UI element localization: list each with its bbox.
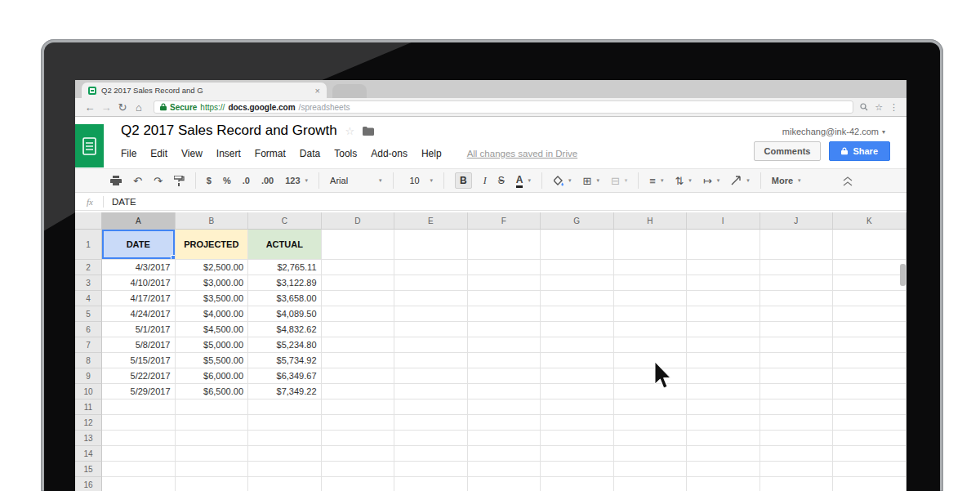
cell-i13[interactable] bbox=[687, 431, 760, 446]
menu-tools[interactable]: Tools bbox=[334, 148, 357, 159]
cell-j6[interactable] bbox=[760, 322, 834, 337]
forward-icon[interactable]: → bbox=[98, 101, 114, 114]
column-header-d[interactable]: D bbox=[322, 212, 395, 230]
cell-k16[interactable] bbox=[833, 477, 906, 491]
cell-i8[interactable] bbox=[687, 353, 760, 368]
column-header-h[interactable]: H bbox=[614, 212, 688, 230]
column-header-a[interactable]: A bbox=[102, 212, 176, 230]
row-header-13[interactable]: 13 bbox=[75, 431, 102, 446]
cell-c12[interactable] bbox=[248, 415, 322, 431]
cell-i16[interactable] bbox=[687, 477, 760, 491]
row-header-16[interactable]: 16 bbox=[75, 477, 102, 491]
menu-format[interactable]: Format bbox=[255, 148, 286, 159]
cell-f13[interactable] bbox=[468, 431, 541, 446]
borders-icon[interactable]: ⊞ bbox=[583, 176, 592, 186]
cell-i11[interactable] bbox=[687, 399, 760, 415]
cell-i10[interactable] bbox=[687, 384, 760, 399]
cell-k9[interactable] bbox=[833, 368, 906, 384]
formula-input[interactable]: DATE bbox=[104, 197, 136, 207]
row-header-11[interactable]: 11 bbox=[75, 399, 102, 415]
cell-e7[interactable] bbox=[394, 337, 468, 353]
cell-b10[interactable]: $6,500.00 bbox=[176, 384, 249, 399]
cell-h14[interactable] bbox=[614, 446, 688, 462]
cell-h2[interactable] bbox=[614, 260, 688, 275]
cell-k6[interactable] bbox=[833, 322, 906, 337]
cell-h7[interactable] bbox=[614, 337, 688, 353]
row-header-10[interactable]: 10 bbox=[75, 384, 102, 399]
cell-f16[interactable] bbox=[468, 477, 541, 491]
cell-b6[interactable]: $4,500.00 bbox=[176, 322, 249, 337]
more-formats-button[interactable]: 123 bbox=[285, 176, 300, 185]
cell-i7[interactable] bbox=[687, 337, 760, 353]
cell-b16[interactable] bbox=[176, 477, 249, 491]
row-header-2[interactable]: 2 bbox=[75, 260, 102, 275]
zoom-icon[interactable] bbox=[860, 103, 868, 111]
cell-f14[interactable] bbox=[468, 446, 541, 462]
cell-e8[interactable] bbox=[394, 353, 468, 368]
column-header-i[interactable]: I bbox=[687, 212, 760, 230]
cell-e6[interactable] bbox=[394, 322, 468, 337]
cell-g2[interactable] bbox=[541, 260, 614, 275]
cell-c9[interactable]: $6,349.67 bbox=[248, 368, 322, 384]
cell-i4[interactable] bbox=[687, 291, 760, 306]
cell-j2[interactable] bbox=[760, 260, 834, 275]
cell-c6[interactable]: $4,832.62 bbox=[248, 322, 322, 337]
cell-e15[interactable] bbox=[394, 462, 468, 477]
cell-g1[interactable] bbox=[541, 230, 614, 260]
back-icon[interactable]: ← bbox=[82, 101, 98, 114]
cell-j12[interactable] bbox=[760, 415, 834, 431]
tab-close-icon[interactable]: × bbox=[315, 86, 320, 96]
row-header-12[interactable]: 12 bbox=[75, 415, 102, 431]
merge-cells-icon[interactable]: ⊟ bbox=[611, 176, 620, 186]
cell-c7[interactable]: $5,234.80 bbox=[248, 337, 322, 353]
format-percent-icon[interactable]: % bbox=[223, 176, 231, 185]
column-header-c[interactable]: C bbox=[248, 212, 322, 230]
cell-e1[interactable] bbox=[394, 230, 468, 260]
cell-d15[interactable] bbox=[322, 462, 395, 477]
text-wrap-icon[interactable]: ↦ bbox=[703, 176, 712, 186]
saved-status[interactable]: All changes saved in Drive bbox=[467, 149, 578, 158]
cell-h12[interactable] bbox=[614, 415, 688, 431]
row-header-4[interactable]: 4 bbox=[75, 291, 102, 306]
account-row[interactable]: mikechang@ink-42.com ▾ bbox=[782, 127, 885, 136]
cell-e3[interactable] bbox=[394, 275, 468, 291]
cell-i3[interactable] bbox=[687, 275, 760, 291]
column-header-e[interactable]: E bbox=[394, 212, 468, 230]
reload-icon[interactable]: ↻ bbox=[114, 101, 131, 114]
cell-b8[interactable]: $5,500.00 bbox=[176, 353, 249, 368]
cell-i14[interactable] bbox=[687, 446, 760, 462]
cell-d5[interactable] bbox=[322, 306, 395, 322]
cell-e4[interactable] bbox=[394, 291, 468, 306]
menu-data[interactable]: Data bbox=[300, 148, 320, 159]
cell-h10[interactable] bbox=[614, 384, 688, 399]
cell-i1[interactable] bbox=[687, 230, 760, 260]
cell-k14[interactable] bbox=[833, 446, 906, 462]
cell-j5[interactable] bbox=[760, 306, 834, 322]
cell-a6[interactable]: 5/1/2017 bbox=[102, 322, 176, 337]
cell-g3[interactable] bbox=[541, 275, 614, 291]
cell-a4[interactable]: 4/17/2017 bbox=[102, 291, 176, 306]
cell-k12[interactable] bbox=[833, 415, 906, 431]
cell-b2[interactable]: $2,500.00 bbox=[176, 260, 249, 275]
bold-button[interactable]: B bbox=[455, 172, 472, 189]
cell-d7[interactable] bbox=[322, 337, 395, 353]
cell-d13[interactable] bbox=[322, 431, 395, 446]
text-rotate-icon[interactable] bbox=[731, 176, 742, 185]
italic-button[interactable]: I bbox=[483, 175, 487, 187]
row-header-7[interactable]: 7 bbox=[75, 337, 102, 353]
cell-k15[interactable] bbox=[833, 462, 906, 477]
cell-d4[interactable] bbox=[322, 291, 395, 306]
address-bar[interactable]: Secure https:// docs.google.com /spreads… bbox=[154, 100, 853, 114]
row-header-8[interactable]: 8 bbox=[75, 353, 102, 368]
cell-g16[interactable] bbox=[541, 477, 614, 491]
cell-h6[interactable] bbox=[614, 322, 688, 337]
cell-h1[interactable] bbox=[614, 230, 688, 260]
cell-f10[interactable] bbox=[468, 384, 541, 399]
comments-button[interactable]: Comments bbox=[754, 141, 822, 161]
paint-format-icon[interactable] bbox=[174, 176, 185, 186]
column-header-k[interactable]: K bbox=[833, 212, 906, 230]
cell-h5[interactable] bbox=[614, 306, 688, 322]
cell-g6[interactable] bbox=[541, 322, 614, 337]
cell-a16[interactable] bbox=[102, 477, 176, 491]
cell-k13[interactable] bbox=[833, 431, 906, 446]
